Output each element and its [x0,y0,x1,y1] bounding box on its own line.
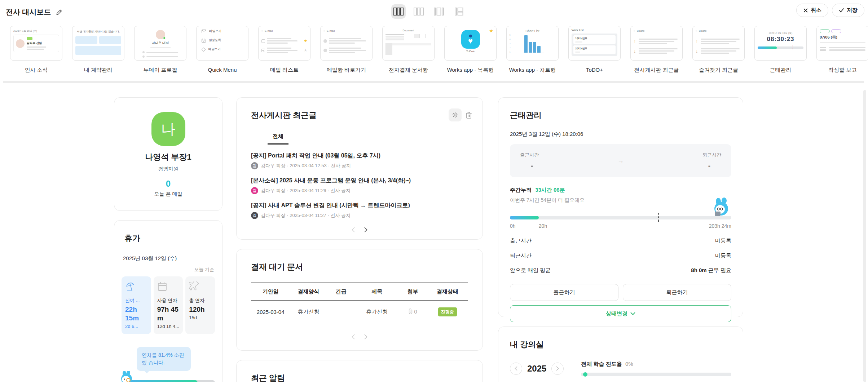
widget-card-today-profile[interactable]: 김다우 대리 투데이 프로필 [134,26,186,74]
vertical-scrollbar[interactable] [863,90,866,382]
check-in-out-box: 출근시간 - → 퇴근시간 - [510,144,731,177]
contract-box [75,36,97,44]
approval-pending-widget: 결재 대기 문서 기안일 결재양식 긴급 제목 첨부 결재상태 2025-03-… [236,249,483,351]
author-avatar: 김 [251,162,258,169]
used-leave-box[interactable]: 사용 연차 97h 45 m 12d 1h 4... [154,276,183,334]
total-leave-box[interactable]: 총 연차 120h 15d [185,276,215,334]
app-name: E-mail [327,29,335,32]
attendance-thumbnail: 2024년 1월 15일 (월) 08:30:23 [754,26,807,61]
next-page-button[interactable] [364,334,367,339]
widget-card-hr-news[interactable]: 2025년 1월 15일 (수) 김다우 선임 인사 소식 [10,26,62,74]
calendar-icon [157,281,180,292]
widget-card-mailbox-shortcut[interactable]: ≡E-mail 메일함 바로가기 [320,26,373,74]
edit-title-button[interactable] [56,9,63,16]
layout-side-split-button[interactable] [452,4,466,19]
widget-label: 전사게시판 최근글 [630,67,683,74]
widget-delete-button[interactable] [465,111,472,119]
layout-3col-light-button[interactable] [411,4,426,19]
approval-row[interactable]: 2025-03-04 휴가신청 휴가신청 0 진행중 [251,301,468,324]
layout-3col-equal-icon [393,7,404,16]
vacation-stats: 잔여 ... 22h 15m 2d 6... 사용 연차 97h 45 m 12… [122,276,215,334]
widget-label: Quick Menu [196,67,248,73]
prev-page-button[interactable] [352,227,355,232]
contract-box [99,36,121,44]
favorites-recent-thumbnail: ≡Board ↑ ↓ [692,26,745,61]
next-page-button[interactable] [364,227,367,232]
cancel-button[interactable]: 취소 [796,4,828,17]
arrow-down-icon: ↓ [696,48,698,54]
widget-card-todo-plus[interactable]: Work List 1주차 업무 2주차 업무 ToDO+ [568,26,621,74]
widget-settings-button[interactable] [449,108,462,121]
col-status: 결재상태 [427,283,468,301]
attendance-info-row: 퇴근시간 미등록 [510,252,731,259]
board-recent-widget: 전사게시판 최근글 전체 [공지] Portal 패치 작업 안내 (03월 0… [236,97,483,240]
post-meta-text: 김다우 회장 · 2025-03-04 11:27 · 전사 공지 [261,212,351,219]
weekly-total-label: 주간누적 [510,187,532,193]
arrow-down-icon: ↓ [634,48,636,54]
column-left: 나 나영석 부장1 경영지원 0 오늘 온 메일 휴가 2025년 03월 12… [114,97,222,382]
remaining-leave-box[interactable]: 잔여 ... 22h 15m 2d 6... [122,276,151,334]
quick-menu-thumbnail: 메일쓰기 일정등록 메일쓰기 [196,26,248,61]
gallery-horizontal-scrollbar[interactable] [3,81,864,83]
classroom-title: 내 강의실 [510,339,731,350]
widget-card-board-recent[interactable]: ≡Board ↑ ↓ 전사게시판 최근글 [630,26,683,74]
widget-card-mail-list[interactable]: ≡E-mail ★ ★ 메일 리스트 [258,26,310,74]
save-button[interactable]: 저장 [832,4,864,17]
widget-label: Works app - 목록형 [444,67,497,74]
arrow-up-icon: ↑ [634,39,636,44]
stat-value: 120h [189,305,211,314]
widget-label: 내 계약관리 [72,67,124,74]
widget-card-works-app-list[interactable]: ★ ♥ ToDo+ Works app - 목록형 [444,26,497,74]
task-title: 2주차 업무 [575,47,614,50]
quick-menu-item: 메일쓰기 [209,29,221,34]
vacation-basis: 오늘 기준 [122,266,215,273]
mini-progress [758,46,803,49]
attendance-info-row: 앞으로 매일 평균 8h 0m 근무 필요 [510,267,731,274]
y-tick: 5 [510,34,511,36]
widget-card-attendance[interactable]: 2024년 1월 15일 (월) 08:30:23 근태관리 [754,26,807,74]
scale-mid: 20h [539,223,547,229]
today-mail-count[interactable]: 0 [123,179,213,189]
widget-card-my-contracts[interactable]: 서명 대기중인 계약이 3건 있습니다. 내 계약관리 [72,26,124,74]
board-recent-thumbnail: ≡Board ↑ ↓ [630,26,683,61]
layout-3col-equal-button[interactable] [391,4,406,19]
progress-value: 0% [625,361,633,367]
header: 전사 대시보드 [0,0,868,22]
board-post[interactable]: [본사소식] 2025 사내 운동 프로그램 운영 안내 (본사, 3/4(화)… [251,177,468,194]
board-post[interactable]: [공지] Portal 패치 작업 안내 (03월 05일, 오후 7시) 김 … [251,152,468,169]
thumb-name: 김다우 대리 [137,41,183,45]
status-change-button[interactable]: 상태변경 [510,305,731,322]
check-in-button[interactable]: 출근하기 [510,284,618,301]
contract-text: 서명 대기중인 계약이 [77,30,103,33]
works-app-chart-thumbnail: Chart List 5 4 3 2 1 [506,26,559,61]
vacation-title: 휴가 [122,233,215,244]
checkin-value: - [520,162,563,170]
widget-card-approval-docbox[interactable]: Document [382,26,435,74]
prev-page-button[interactable] [352,334,355,339]
save-label: 저장 [847,7,858,14]
widget-card-quick-menu[interactable]: 메일쓰기 일정등록 메일쓰기 Quick Menu [196,26,248,74]
widget-card-favorites-recent[interactable]: ≡Board ↑ ↓ 즐겨찾기 최근글 [692,26,745,74]
contract-box [75,46,121,55]
approval-table: 기안일 결재양식 긴급 제목 첨부 결재상태 2025-03-04 휴가신청 휴… [251,283,468,323]
contract-text-suffix: 건 있습니다. [105,30,120,33]
stat-value: 97h 45 m [157,305,180,323]
board-post[interactable]: [공지] 사내 APT 솔루션 변경 안내 (시만텍 → 트렌드마이크로) 김 … [251,202,468,219]
app-name: Chart List [510,29,555,33]
widget-label: 메일함 바로가기 [320,67,373,74]
classroom-widget: 내 강의실 2025 전체 학습 진도율 0% [498,327,743,382]
y-tick: 2 [510,47,511,49]
layout-side-main-side-button[interactable] [432,4,446,19]
next-year-button[interactable] [551,363,564,375]
stat-value: 22h 15m [125,305,147,323]
widget-card-works-app-chart[interactable]: Chart List 5 4 3 2 1 [506,26,559,74]
attendance-datetime: 2025년 3월 12일 (수) 18:20:06 [510,131,731,138]
tab-all[interactable]: 전체 [268,130,288,145]
check-out-button[interactable]: 퇴근하기 [623,284,731,301]
col-draft-date: 기안일 [251,283,290,301]
diamond-icon [202,48,206,52]
widget-card-reports-to-write[interactable]: 07/06 (목) 작성할 보고 [816,26,868,74]
prev-year-button[interactable] [510,363,522,375]
header-actions: 취소 저장 [796,4,864,17]
layout-side-split-icon [454,7,464,16]
